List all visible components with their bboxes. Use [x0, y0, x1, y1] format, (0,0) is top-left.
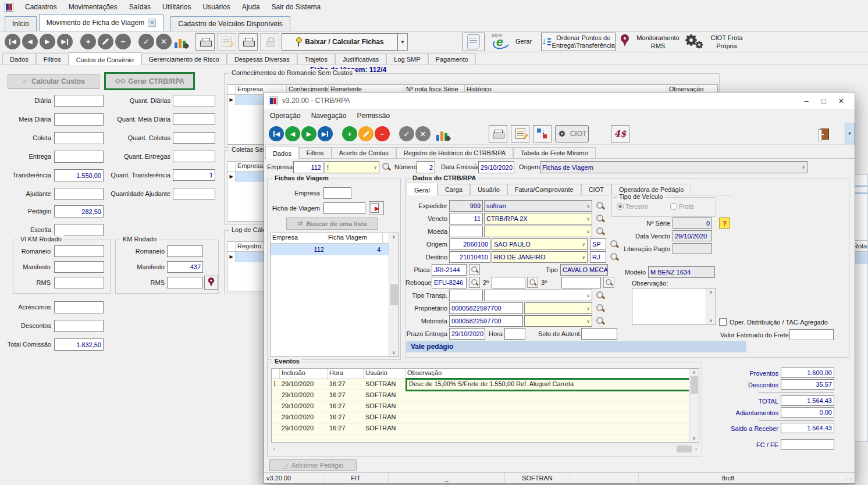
destino-uf-field[interactable]: RJ	[590, 251, 606, 263]
subtab-dados[interactable]: Dados	[2, 54, 36, 65]
close-button[interactable]: ✕	[833, 97, 850, 105]
close-tab-icon[interactable]: ✕	[148, 19, 156, 27]
scroll-thumb[interactable]	[390, 284, 398, 305]
subtab-filtros[interactable]: Filtros	[36, 54, 69, 65]
add-button[interactable]: +	[80, 34, 96, 49]
notes-button[interactable]	[511, 125, 529, 142]
printer-setup-button[interactable]	[239, 33, 258, 51]
gtab-fatura[interactable]: Fatura/Comprovante	[507, 184, 581, 195]
menu-ajuda[interactable]: Ajuda	[242, 3, 260, 11]
reboque3-search-button[interactable]	[603, 277, 614, 288]
selo-field[interactable]	[581, 328, 617, 340]
moeda-code-field[interactable]	[449, 226, 483, 237]
eventos-table[interactable]: Inclusão Hora Usuário Observação I 29/10…	[271, 368, 699, 443]
km-romaneio-field[interactable]	[167, 245, 203, 257]
evento-row[interactable]: 29/10/2020 16:27 SOFTRAN	[272, 390, 699, 401]
monitoramento-rms-button[interactable]: MonitoramentoRMS	[633, 34, 683, 51]
pedagio-field[interactable]: 282,50	[54, 205, 104, 217]
gtab-ciot[interactable]: CIOT	[581, 184, 611, 195]
cancel-button[interactable]: ✕	[415, 126, 431, 141]
hora-field[interactable]	[504, 328, 525, 340]
money-4s-button[interactable]: 4$	[611, 125, 629, 142]
subtab-gerenciamento-risco[interactable]: Gerenciamento de Risco	[141, 54, 227, 65]
evento-row[interactable]: 29/10/2020 16:27 SOFTRAN	[272, 423, 699, 434]
dtab-dados[interactable]: Dados	[265, 146, 299, 159]
gears-icon[interactable]	[686, 35, 706, 49]
col-empresa[interactable]: Empresa	[271, 233, 326, 243]
scroll-left-icon[interactable]: ‹	[273, 446, 275, 452]
moeda-combo[interactable]: ∨	[484, 226, 592, 237]
scroll-down-icon[interactable]: ∨	[692, 436, 696, 441]
calcular-custos-button[interactable]: ✓Calcular Custos	[8, 74, 99, 89]
dtab-acerto-contas[interactable]: Acerto de Contas	[332, 147, 396, 158]
chart-icon[interactable]	[175, 35, 186, 48]
subtab-custos-convenio[interactable]: Custos de Convênio	[69, 52, 141, 65]
vlkm-romaneio-field[interactable]	[54, 245, 104, 257]
destino-code-field[interactable]: 21010410	[449, 251, 490, 263]
subtab-despesas-diversas[interactable]: Despesas Diversas	[227, 54, 297, 65]
radio-frota[interactable]: Frota	[670, 203, 694, 210]
scroll-right-icon[interactable]: ›	[695, 446, 697, 452]
search-icon[interactable]	[382, 162, 391, 172]
scroll-up-icon[interactable]: ∧	[692, 370, 696, 375]
quantidade-ajudante-field[interactable]	[173, 188, 215, 199]
dtab-tabela-frete[interactable]: Tabela de Frete Mínimo	[513, 147, 596, 158]
menu-sair[interactable]: Sair do Sistema	[272, 3, 321, 11]
proventos-field[interactable]: 1.600,00	[781, 368, 834, 378]
menu-cadastros[interactable]: Cadastros	[25, 3, 57, 11]
tab-movimento-ficha-viagem[interactable]: Movimento de Ficha de Viagem ✕	[39, 14, 164, 31]
vlkm-manifesto-field[interactable]	[54, 261, 104, 273]
tipo-field[interactable]: CAVALO MECA	[560, 264, 608, 276]
valor-estimado-field[interactable]	[789, 329, 834, 340]
menu-usuarios[interactable]: Usuários	[202, 3, 230, 11]
delete-button[interactable]: −	[115, 34, 131, 49]
confirm-button[interactable]: ✓	[399, 126, 414, 141]
expedidor-code-field[interactable]: 999	[449, 200, 483, 212]
proprietario-field[interactable]: 00005822597700	[449, 302, 523, 314]
origem-combo[interactable]: SAO PAULO∨	[492, 238, 588, 250]
reboque2-search-button[interactable]	[527, 277, 538, 288]
reboque3-field[interactable]	[561, 277, 601, 288]
subtab-justificativas[interactable]: Justificativas	[335, 54, 386, 65]
quant-transferencia-field[interactable]: 1	[173, 169, 215, 181]
quant-coletas-field[interactable]	[173, 132, 215, 144]
origem-code-field[interactable]: 2060100	[449, 238, 490, 250]
fc-fe-field[interactable]	[781, 439, 834, 450]
gtab-usuario[interactable]: Usuário	[470, 184, 507, 195]
proprietario-combo[interactable]: ∨	[524, 302, 592, 314]
ordenar-pontos-button[interactable]: Ordenar Pontos deEntrega\Transferência	[541, 33, 616, 51]
acrescimos-field[interactable]	[54, 301, 104, 313]
origem-combo[interactable]: Fichas de Viagem∨	[540, 161, 807, 173]
reboque2-field[interactable]	[492, 277, 525, 288]
vale-pedagio-bar[interactable]: Vale pedágio	[406, 341, 746, 352]
search-icon[interactable]	[596, 304, 605, 313]
adiantamentos-field[interactable]: 0,00	[781, 407, 834, 418]
scroll-report-button[interactable]	[463, 33, 485, 51]
col-usuario[interactable]: Usuário	[364, 369, 405, 379]
search-icon[interactable]	[596, 316, 605, 326]
scroll-thumb[interactable]	[677, 445, 692, 452]
motorista-field[interactable]: 00005822597700	[449, 315, 523, 327]
horizontal-scrollbar[interactable]: ‹ ›	[271, 444, 699, 453]
serie-field[interactable]: 0	[673, 217, 712, 229]
quant-meia-diaria-field[interactable]	[173, 113, 215, 125]
dialog-titlebar[interactable]: v3.20.00 - CTRB/RPA – □ ✕	[264, 92, 855, 109]
minimize-button[interactable]: –	[798, 97, 815, 105]
data-vencto-field[interactable]: 29/10/2020	[673, 230, 712, 241]
nav-last-button[interactable]: ▶	[57, 34, 73, 49]
nav-first-button[interactable]: ◀	[5, 34, 20, 49]
nav-next-button[interactable]: ▶	[40, 34, 55, 49]
vencto-code-field[interactable]: 11	[449, 213, 483, 224]
quant-entregas-field[interactable]	[173, 151, 215, 162]
subtab-trajetos[interactable]: Trajetos	[297, 54, 335, 65]
gerar-ctrb-rpa-button[interactable]: ⚙⚙Gerar CTRB/RPA	[104, 72, 195, 90]
data-emissao-field[interactable]: 29/10/2020	[478, 161, 514, 173]
prazo-entrega-field[interactable]: 29/10/2020	[449, 328, 485, 340]
search-icon[interactable]	[596, 227, 605, 236]
tipo-transp-code-field[interactable]	[449, 290, 483, 301]
reboque1-field[interactable]: EFU-8246	[432, 277, 467, 288]
tab-cadastro-veiculos[interactable]: Cadastro de Veículos Disponíveis	[170, 16, 290, 31]
menu-movimentacoes[interactable]: Movimentações	[69, 3, 118, 11]
ciot-frota-button[interactable]: CIOT FrotaPrópria	[709, 34, 745, 51]
gtab-carga[interactable]: Carga	[437, 184, 470, 195]
